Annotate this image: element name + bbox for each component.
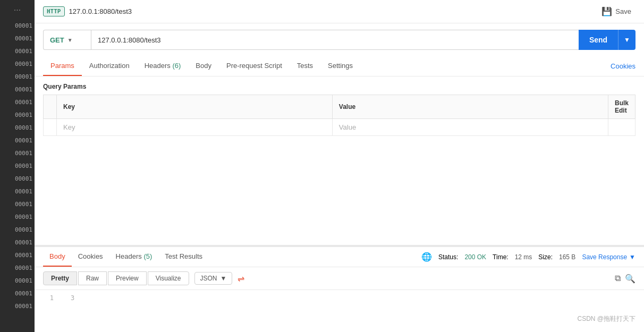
method-label: GET bbox=[50, 36, 64, 44]
top-bar: HTTP 127.0.0.1:8080/test3 💾 Save bbox=[35, 0, 644, 23]
row-key-cell[interactable]: Key bbox=[57, 119, 333, 136]
sidebar-item-13: 00001 bbox=[0, 173, 35, 185]
top-bar-left: HTTP 127.0.0.1:8080/test3 bbox=[43, 6, 132, 16]
resp-tab-test-results[interactable]: Test Results bbox=[158, 247, 209, 267]
headers-label: Headers bbox=[145, 62, 171, 70]
send-button-group: Send ▼ bbox=[579, 30, 635, 50]
sidebar-item-14: 00001 bbox=[0, 186, 35, 198]
sidebar-item-2: 00001 bbox=[0, 33, 35, 45]
sidebar-item-18: 00001 bbox=[0, 237, 35, 249]
copy-icon[interactable]: ⧉ bbox=[615, 274, 621, 283]
save-response-label: Save Response bbox=[582, 253, 627, 261]
sidebar-item-4: 00001 bbox=[0, 58, 35, 70]
size-label: Size: bbox=[538, 253, 553, 261]
tab-params[interactable]: Params bbox=[43, 56, 82, 76]
row-extra-cell bbox=[608, 119, 635, 136]
size-value: 165 B bbox=[559, 253, 575, 261]
tab-settings[interactable]: Settings bbox=[320, 56, 360, 76]
globe-icon: 🌐 bbox=[421, 252, 432, 262]
status-label: Status: bbox=[438, 253, 458, 261]
cookies-link[interactable]: Cookies bbox=[611, 57, 635, 75]
sidebar-item-9: 00001 bbox=[0, 122, 35, 134]
th-value: Value bbox=[332, 95, 608, 119]
method-select[interactable]: GET ▼ bbox=[43, 30, 91, 50]
tab-body[interactable]: Body bbox=[188, 56, 219, 76]
params-table: Key Value Bulk Edit Key Value bbox=[43, 95, 635, 136]
search-icon[interactable]: 🔍 bbox=[625, 274, 635, 284]
json-format-select[interactable]: JSON ▼ bbox=[194, 272, 233, 285]
response-body: 1 3 bbox=[35, 290, 644, 306]
request-tabs-bar: Params Authorization Headers (6) Body Pr… bbox=[35, 56, 644, 76]
time-value: 12 ms bbox=[515, 253, 532, 261]
content-area: Query Params Key Value Bulk Edit Key Val… bbox=[35, 76, 644, 245]
th-bulk-edit[interactable]: Bulk Edit bbox=[608, 95, 635, 119]
response-tabs-bar: Body Cookies Headers (5) Test Results 🌐 … bbox=[35, 247, 644, 267]
row-value-cell[interactable]: Value bbox=[332, 119, 608, 136]
watermark: CSDN @拖鞋打天下 bbox=[577, 314, 635, 324]
save-button[interactable]: 💾 Save bbox=[597, 4, 635, 19]
sidebar-item-12: 00001 bbox=[0, 160, 35, 172]
request-bar: GET ▼ Send ▼ bbox=[35, 23, 644, 56]
url-input[interactable] bbox=[91, 30, 579, 50]
time-label: Time: bbox=[493, 253, 509, 261]
headers-count: (6) bbox=[172, 62, 181, 70]
wrap-icon[interactable]: ⇌ bbox=[238, 274, 244, 284]
send-dropdown-button[interactable]: ▼ bbox=[618, 30, 635, 50]
response-section: Body Cookies Headers (5) Test Results 🌐 … bbox=[35, 247, 644, 332]
sidebar-item-7: 00001 bbox=[0, 97, 35, 108]
resp-headers-label: Headers bbox=[116, 252, 142, 260]
line-number-1: 1 bbox=[43, 294, 54, 302]
response-tabs-left: Body Cookies Headers (5) Test Results bbox=[43, 247, 209, 267]
sidebar-item-5: 00001 bbox=[0, 71, 35, 83]
sidebar-item-8: 00001 bbox=[0, 109, 35, 121]
tab-tests[interactable]: Tests bbox=[290, 56, 320, 76]
sidebar-item-11: 00001 bbox=[0, 148, 35, 159]
chevron-down-icon: ▼ bbox=[67, 37, 73, 43]
http-badge: HTTP bbox=[43, 6, 65, 16]
row-checkbox-cell bbox=[44, 119, 57, 136]
tabs-left: Params Authorization Headers (6) Body Pr… bbox=[43, 56, 360, 76]
format-buttons: Pretty Raw Preview Visualize JSON ▼ ⇌ bbox=[43, 271, 244, 285]
resp-tab-headers[interactable]: Headers (5) bbox=[109, 247, 159, 267]
sidebar-item-16: 00001 bbox=[0, 211, 35, 223]
send-main-button[interactable]: Send bbox=[579, 30, 618, 50]
sidebar-item-20: 00001 bbox=[0, 262, 35, 274]
resp-headers-count: (5) bbox=[143, 252, 152, 260]
resp-tab-body[interactable]: Body bbox=[43, 247, 72, 267]
line-number-2: 3 bbox=[64, 294, 74, 302]
format-pretty-button[interactable]: Pretty bbox=[43, 271, 77, 285]
main-panel: HTTP 127.0.0.1:8080/test3 💾 Save GET ▼ S… bbox=[35, 0, 644, 332]
status-value: 200 OK bbox=[464, 253, 486, 261]
table-row: Key Value bbox=[44, 119, 635, 136]
response-status-area: 🌐 Status: 200 OK Time: 12 ms Size: 165 B… bbox=[421, 252, 635, 262]
format-visualize-button[interactable]: Visualize bbox=[148, 271, 189, 285]
sidebar-item-19: 00001 bbox=[0, 250, 35, 261]
sidebar-item-22: 00001 bbox=[0, 288, 35, 300]
format-preview-button[interactable]: Preview bbox=[108, 271, 147, 285]
tab-prerequest[interactable]: Pre-request Script bbox=[219, 56, 290, 76]
sidebar-item-1: 00001 bbox=[0, 20, 35, 32]
sidebar-item-15: 00001 bbox=[0, 199, 35, 210]
sidebar-item-10: 00001 bbox=[0, 135, 35, 147]
format-raw-button[interactable]: Raw bbox=[78, 271, 107, 285]
query-params-title: Query Params bbox=[35, 76, 644, 95]
tab-authorization[interactable]: Authorization bbox=[82, 56, 137, 76]
resp-tab-cookies[interactable]: Cookies bbox=[72, 247, 109, 267]
sidebar-dots: ··· bbox=[14, 5, 21, 15]
sidebar-item-17: 00001 bbox=[0, 224, 35, 236]
save-response-chevron-icon: ▼ bbox=[629, 253, 635, 261]
sidebar-item-3: 00001 bbox=[0, 46, 35, 57]
th-key: Key bbox=[57, 95, 333, 119]
tab-headers[interactable]: Headers (6) bbox=[137, 56, 189, 76]
response-toolbar-right: ⧉ 🔍 bbox=[615, 274, 635, 284]
save-label: Save bbox=[615, 7, 631, 15]
save-response-button[interactable]: Save Response ▼ bbox=[582, 253, 635, 261]
sidebar-item-21: 00001 bbox=[0, 275, 35, 287]
response-toolbar: Pretty Raw Preview Visualize JSON ▼ ⇌ ⧉ … bbox=[35, 267, 644, 290]
json-label: JSON bbox=[200, 275, 217, 282]
top-bar-url: 127.0.0.1:8080/test3 bbox=[69, 7, 132, 15]
sidebar-item-6: 00001 bbox=[0, 84, 35, 96]
sidebar: ··· 00001 00001 00001 00001 00001 00001 … bbox=[0, 0, 35, 332]
sidebar-item-23: 00001 bbox=[0, 301, 35, 312]
json-chevron-icon: ▼ bbox=[221, 275, 227, 282]
